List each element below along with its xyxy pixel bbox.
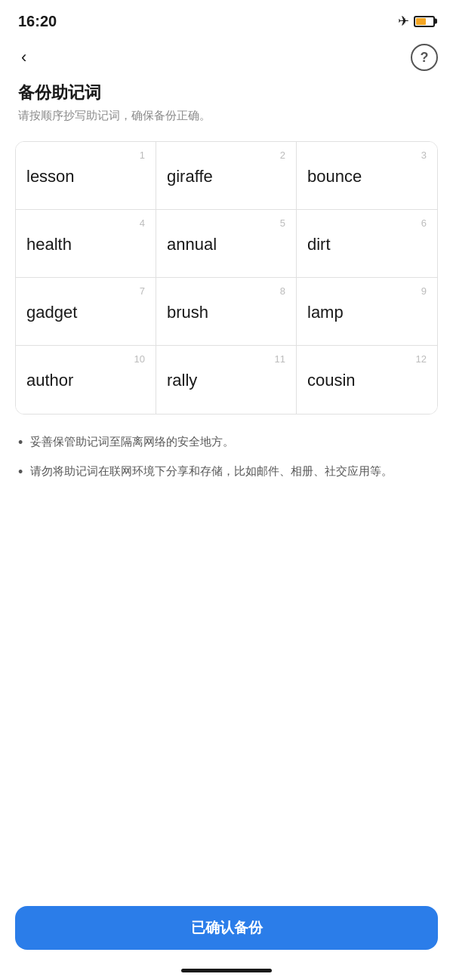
page-title: 备份助记词 xyxy=(18,82,435,104)
word-text: lamp xyxy=(307,303,344,322)
status-icons: ✈ xyxy=(398,13,435,29)
tips-section: • 妥善保管助记词至隔离网络的安全地方。 • 请勿将助记词在联网环境下分享和存储… xyxy=(0,430,453,510)
word-cell: 5 annual xyxy=(156,210,297,278)
word-number: 12 xyxy=(307,353,427,365)
word-text: dirt xyxy=(307,235,331,254)
word-number: 7 xyxy=(26,285,145,297)
word-text: rally xyxy=(167,371,197,390)
battery-fill xyxy=(416,18,426,25)
word-grid-container: 1 lesson 2 giraffe 3 bounce 4 health 5 a… xyxy=(15,141,438,414)
page-subtitle: 请按顺序抄写助记词，确保备份正确。 xyxy=(18,109,435,123)
tip-item: • 请勿将助记词在联网环境下分享和存储，比如邮件、相册、社交应用等。 xyxy=(18,462,435,482)
tip-text: 妥善保管助记词至隔离网络的安全地方。 xyxy=(30,433,234,451)
word-text: lesson xyxy=(26,167,75,186)
bottom-area: 已确认备份 xyxy=(0,894,453,980)
word-cell: 12 cousin xyxy=(297,346,437,414)
word-cell: 2 giraffe xyxy=(156,142,297,210)
word-cell: 11 rally xyxy=(156,346,297,414)
word-cell: 10 author xyxy=(16,346,156,414)
tip-bullet: • xyxy=(18,433,23,453)
word-number: 11 xyxy=(167,353,285,365)
word-number: 3 xyxy=(307,149,427,161)
word-grid: 1 lesson 2 giraffe 3 bounce 4 health 5 a… xyxy=(16,142,437,414)
word-text: author xyxy=(26,371,73,390)
word-cell: 7 gadget xyxy=(16,278,156,346)
word-text: annual xyxy=(167,235,217,254)
word-cell: 6 dirt xyxy=(297,210,437,278)
word-cell: 4 health xyxy=(16,210,156,278)
word-number: 10 xyxy=(26,353,145,365)
word-number: 9 xyxy=(307,285,427,297)
nav-bar: ‹ ? xyxy=(0,39,453,76)
confirm-button[interactable]: 已确认备份 xyxy=(15,906,438,950)
battery-icon xyxy=(414,16,435,27)
back-button[interactable]: ‹ xyxy=(15,45,32,70)
word-text: cousin xyxy=(307,371,356,390)
tip-bullet: • xyxy=(18,462,23,482)
word-text: brush xyxy=(167,303,208,322)
word-number: 8 xyxy=(167,285,285,297)
word-number: 4 xyxy=(26,217,145,229)
airplane-icon: ✈ xyxy=(398,13,409,29)
tip-text: 请勿将助记词在联网环境下分享和存储，比如邮件、相册、社交应用等。 xyxy=(30,462,393,480)
word-text: bounce xyxy=(307,167,362,186)
status-time: 16:20 xyxy=(18,13,57,30)
tip-item: • 妥善保管助记词至隔离网络的安全地方。 xyxy=(18,433,435,453)
word-number: 5 xyxy=(167,217,285,229)
page-header: 备份助记词 请按顺序抄写助记词，确保备份正确。 xyxy=(0,76,453,135)
word-cell: 8 brush xyxy=(156,278,297,346)
word-cell: 3 bounce xyxy=(297,142,437,210)
help-button[interactable]: ? xyxy=(411,44,438,71)
word-cell: 9 lamp xyxy=(297,278,437,346)
word-text: health xyxy=(26,235,72,254)
status-bar: 16:20 ✈ xyxy=(0,0,453,39)
word-number: 2 xyxy=(167,149,285,161)
word-number: 6 xyxy=(307,217,427,229)
home-indicator xyxy=(181,969,272,972)
word-text: giraffe xyxy=(167,167,213,186)
word-cell: 1 lesson xyxy=(16,142,156,210)
word-number: 1 xyxy=(26,149,145,161)
word-text: gadget xyxy=(26,303,77,322)
